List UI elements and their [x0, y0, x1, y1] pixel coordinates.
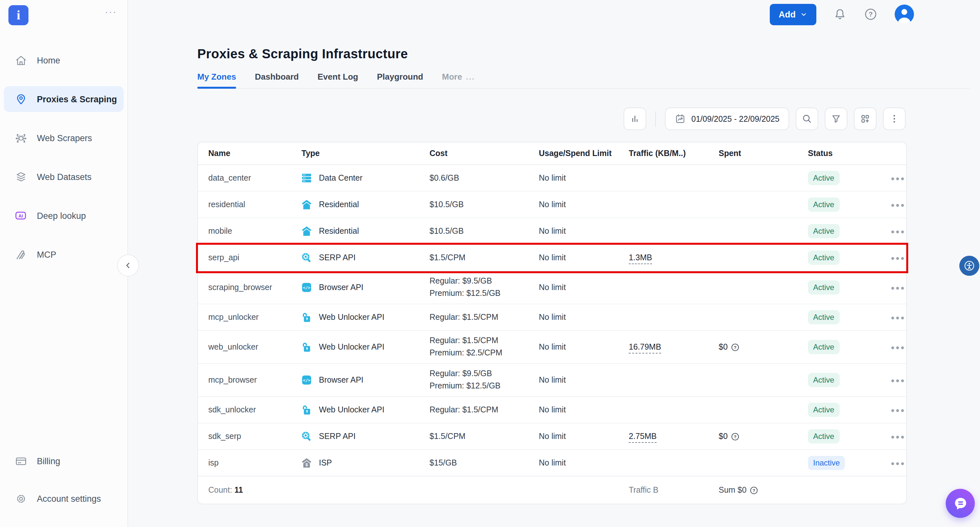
- status-badge: Active: [808, 171, 839, 185]
- row-actions-button[interactable]: ●●●: [887, 341, 909, 353]
- question-circle-icon[interactable]: ?: [731, 343, 739, 351]
- tab-my-zones[interactable]: My Zones: [197, 72, 236, 88]
- bar-chart-icon: [629, 113, 640, 124]
- status-badge: Active: [808, 251, 839, 265]
- location-pin-icon: [14, 93, 27, 105]
- app-window: i ... HomeProxies & ScrapingWeb Scrapers…: [0, 0, 980, 527]
- row-actions-button[interactable]: ●●●: [887, 172, 909, 184]
- zone-name: mcp_unlocker: [208, 313, 301, 322]
- traffic-value[interactable]: 2.75MB: [629, 432, 657, 443]
- help-icon[interactable]: ?: [864, 7, 878, 21]
- row-actions-button[interactable]: ●●●: [887, 374, 909, 386]
- gear-icon: [14, 492, 27, 505]
- sidebar-item-home[interactable]: Home: [4, 47, 124, 73]
- table-row[interactable]: sdk_serp SERP API $1.5/CPM No limit 2.75…: [198, 423, 906, 450]
- zone-limit: No limit: [539, 253, 629, 262]
- status-badge: Active: [808, 224, 839, 238]
- table-row[interactable]: residential Residential $10.5/GB No limi…: [198, 192, 906, 218]
- columns-settings-button[interactable]: [854, 107, 877, 130]
- question-circle-icon[interactable]: ?: [731, 432, 739, 441]
- chat-widget-button[interactable]: [946, 489, 975, 518]
- unlocker-padlock-icon: [301, 312, 312, 323]
- home-icon: [14, 54, 27, 67]
- row-actions-button[interactable]: ●●●: [887, 225, 909, 237]
- brand-logo[interactable]: i: [8, 5, 29, 25]
- notifications-bell-icon[interactable]: [833, 8, 847, 21]
- zone-limit: No limit: [539, 458, 629, 468]
- table-row[interactable]: mcp_unlocker Web Unlocker API Regular: $…: [198, 304, 906, 331]
- kebab-menu-icon: [889, 113, 900, 124]
- table-row[interactable]: data_center Data Center $0.6/GB No limit…: [198, 165, 906, 192]
- tab-event-log[interactable]: Event Log: [318, 72, 358, 88]
- date-range-picker[interactable]: 01/09/2025 - 22/09/2025: [665, 107, 789, 130]
- row-actions-button[interactable]: ●●●: [887, 281, 909, 294]
- zone-type-label: Web Unlocker API: [319, 313, 384, 322]
- sidebar-item-label: Account settings: [37, 493, 101, 503]
- sidebar-item-mcp[interactable]: MCP: [4, 241, 124, 267]
- more-options-button[interactable]: [883, 107, 905, 130]
- browser-code-icon: </>: [301, 375, 312, 385]
- unlocker-padlock-icon: [301, 405, 312, 415]
- col-header-status: Status: [808, 149, 887, 158]
- status-badge: Active: [808, 280, 839, 295]
- layers-icon: [14, 170, 27, 183]
- svg-text:AI: AI: [18, 213, 23, 219]
- row-actions-button[interactable]: ●●●: [887, 430, 909, 442]
- filter-button[interactable]: [825, 107, 847, 130]
- col-header-name: Name: [208, 149, 301, 158]
- table-body: data_center Data Center $0.6/GB No limit…: [198, 165, 906, 476]
- traffic-value[interactable]: 1.3MB: [629, 253, 652, 264]
- question-circle-icon[interactable]: ?: [750, 486, 758, 494]
- zone-cost: Regular: $1.5/CPM: [430, 405, 539, 415]
- table-row[interactable]: sdk_unlocker Web Unlocker API Regular: $…: [198, 397, 906, 423]
- sidebar-item-label: MCP: [37, 249, 56, 259]
- user-avatar[interactable]: [895, 5, 914, 24]
- zone-name: data_center: [208, 174, 301, 182]
- sidebar-item-account-settings[interactable]: Account settings: [4, 485, 124, 511]
- sidebar-item-billing[interactable]: Billing: [4, 448, 124, 474]
- sidebar-item-deep-lookup[interactable]: AIDeep lookup: [4, 203, 124, 228]
- sidebar-item-web-datasets[interactable]: Web Datasets: [4, 164, 124, 190]
- table-row[interactable]: mcp_browser </>Browser API Regular: $9.5…: [198, 364, 906, 397]
- table-row[interactable]: scraping_browser </>Browser API Regular:…: [198, 271, 906, 304]
- accessibility-button[interactable]: [959, 256, 979, 276]
- table-row[interactable]: serp_api SERP API $1.5/CPM No limit 1.3M…: [198, 245, 906, 271]
- mcp-icon: [14, 248, 27, 261]
- search-button[interactable]: [795, 107, 818, 130]
- spider-icon: [14, 131, 27, 144]
- add-button-label: Add: [779, 10, 796, 19]
- zone-name: mcp_browser: [208, 375, 301, 385]
- row-actions-button[interactable]: ●●●: [887, 198, 909, 211]
- date-range-value: 01/09/2025 - 22/09/2025: [692, 114, 780, 123]
- tab-more[interactable]: More...: [442, 72, 475, 88]
- sidebar-item-proxies-scraping[interactable]: Proxies & Scraping: [4, 86, 124, 112]
- isp-house-icon: $: [301, 458, 312, 468]
- sidebar-item-label: Deep lookup: [37, 211, 86, 220]
- browser-code-icon: </>: [301, 282, 312, 293]
- chart-view-button[interactable]: [624, 107, 646, 130]
- traffic-value[interactable]: 16.79MB: [629, 342, 661, 353]
- sidebar-collapse-button[interactable]: [117, 254, 139, 276]
- tab-playground[interactable]: Playground: [377, 72, 423, 88]
- zone-name: serp_api: [208, 253, 301, 262]
- sidebar-item-label: Web Datasets: [37, 172, 92, 182]
- table-row[interactable]: mobile Residential $10.5/GB No limit Act…: [198, 218, 906, 245]
- row-actions-button[interactable]: ●●●: [887, 457, 909, 469]
- sidebar-item-label: Billing: [37, 456, 60, 466]
- table-row[interactable]: isp $ISP $15/GB No limit Inactive ●●●: [198, 450, 906, 476]
- sidebar-menu-dots-icon[interactable]: ...: [105, 4, 117, 15]
- row-actions-button[interactable]: ●●●: [887, 252, 909, 264]
- tab-dashboard[interactable]: Dashboard: [255, 72, 299, 88]
- chat-bubble-icon: [953, 496, 968, 511]
- add-button[interactable]: Add: [770, 3, 817, 25]
- tab-bar: My ZonesDashboardEvent LogPlaygroundMore…: [197, 72, 970, 89]
- row-actions-button[interactable]: ●●●: [887, 404, 909, 416]
- zone-type-label: SERP API: [319, 253, 356, 262]
- status-badge: Active: [808, 198, 839, 212]
- spent-sum: Sum $0?: [719, 485, 808, 495]
- table-row[interactable]: web_unlocker Web Unlocker API Regular: $…: [198, 331, 906, 364]
- status-badge: Active: [808, 429, 839, 444]
- zone-name: isp: [208, 458, 301, 468]
- row-actions-button[interactable]: ●●●: [887, 311, 909, 323]
- sidebar-item-web-scrapers[interactable]: Web Scrapers: [4, 125, 124, 151]
